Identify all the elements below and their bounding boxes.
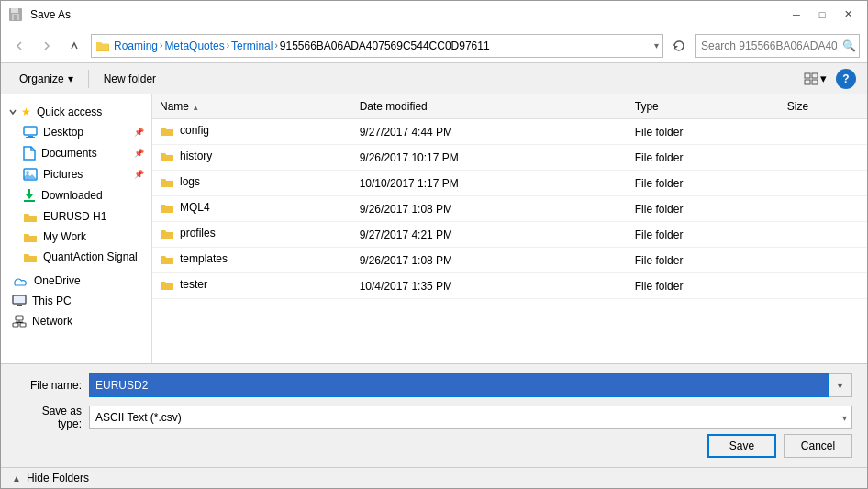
sidebar-item-pictures[interactable]: Pictures 📌 — [1, 164, 151, 184]
pin-icon-docs: 📌 — [134, 149, 144, 158]
svg-rect-10 — [26, 137, 35, 138]
table-row[interactable]: tester 10/4/2017 1:35 PM File folder — [152, 273, 867, 299]
new-folder-label: New folder — [104, 72, 156, 85]
file-date: 9/26/2017 1:08 PM — [352, 196, 628, 222]
column-size[interactable]: Size — [780, 94, 867, 119]
maximize-button[interactable]: □ — [810, 6, 834, 24]
hide-folders-button[interactable]: ▲ Hide Folders — [1, 467, 867, 488]
sidebar-quickaccess-header[interactable]: ★ Quick access — [1, 102, 151, 122]
save-button[interactable]: Save — [707, 434, 776, 458]
sidebar-item-downloaded[interactable]: Downloaded — [1, 184, 151, 206]
svg-rect-7 — [812, 80, 818, 84]
breadcrumb-terminal[interactable]: Terminal — [231, 39, 273, 52]
file-area: Name ▲ Date modified Type Size — [152, 94, 867, 363]
folder-row-icon — [160, 278, 174, 291]
sidebar-item-quantaction[interactable]: QuantAction Signal — [1, 247, 151, 267]
file-type: File folder — [628, 145, 780, 171]
svg-rect-16 — [15, 306, 24, 306]
table-row[interactable]: MQL4 9/26/2017 1:08 PM File folder — [152, 196, 867, 222]
help-label: ? — [842, 72, 849, 85]
chevron-up-icon: ▲ — [12, 473, 21, 483]
document-icon — [23, 146, 36, 161]
file-name: config — [180, 124, 209, 137]
new-folder-button[interactable]: New folder — [96, 69, 163, 89]
folder-quant-icon — [23, 250, 38, 263]
column-name[interactable]: Name ▲ — [152, 94, 352, 119]
sidebar-item-thispc[interactable]: This PC — [1, 291, 151, 311]
sidebar-quantaction-label: QuantAction Signal — [43, 250, 138, 263]
file-name: tester — [180, 278, 207, 291]
folder-row-icon — [160, 124, 174, 137]
minimize-button[interactable]: ─ — [785, 6, 808, 24]
cancel-button[interactable]: Cancel — [784, 434, 852, 458]
address-chevron-icon[interactable]: ▾ — [654, 40, 659, 50]
help-button[interactable]: ? — [836, 69, 856, 89]
file-size — [780, 273, 867, 299]
sidebar-pictures-label: Pictures — [43, 168, 83, 181]
hide-folders-label: Hide Folders — [27, 472, 89, 484]
breadcrumb: Roaming › MetaQuotes › Terminal › 915566… — [114, 39, 651, 52]
sidebar-downloaded-label: Downloaded — [41, 189, 103, 202]
sidebar-item-mywork[interactable]: My Work — [1, 227, 151, 247]
quickaccess-label: Quick access — [37, 106, 102, 118]
sidebar-item-network[interactable]: Network — [1, 311, 151, 331]
filename-dropdown-icon[interactable]: ▾ — [829, 373, 852, 397]
network-icon — [12, 315, 27, 328]
folder-work-icon — [23, 230, 38, 243]
organize-label: Organize — [19, 72, 64, 85]
file-name: logs — [180, 175, 200, 188]
folder-row-icon — [160, 252, 174, 265]
svg-rect-6 — [805, 80, 810, 84]
file-date: 9/27/2017 4:44 PM — [352, 119, 628, 145]
svg-rect-5 — [812, 73, 818, 78]
table-row[interactable]: config 9/27/2017 4:44 PM File folder — [152, 119, 867, 145]
folder-eurusd-icon — [23, 210, 38, 223]
sidebar-mywork-label: My Work — [43, 230, 86, 243]
pin-icon: 📌 — [134, 128, 144, 137]
file-date: 10/4/2017 1:35 PM — [352, 273, 628, 299]
search-input[interactable] — [695, 34, 860, 58]
file-size — [780, 145, 867, 171]
svg-rect-18 — [16, 316, 23, 320]
back-button[interactable] — [8, 35, 30, 57]
file-type: File folder — [628, 196, 780, 222]
file-name: MQL4 — [180, 201, 210, 214]
table-row[interactable]: logs 10/10/2017 1:17 PM File folder — [152, 171, 867, 196]
sidebar-network-label: Network — [32, 315, 72, 328]
table-row[interactable]: profiles 9/27/2017 4:21 PM File folder — [152, 222, 867, 248]
table-row[interactable]: history 9/26/2017 10:17 PM File folder — [152, 145, 867, 171]
address-bar: Roaming › MetaQuotes › Terminal › 915566… — [91, 34, 663, 58]
file-name: history — [180, 150, 212, 162]
svg-rect-20 — [20, 323, 26, 327]
table-row[interactable]: templates 9/26/2017 1:08 PM File folder — [152, 248, 867, 273]
sidebar-item-desktop[interactable]: Desktop 📌 — [1, 122, 151, 142]
column-date[interactable]: Date modified — [352, 94, 628, 119]
search-icon-button[interactable]: 🔍 — [842, 39, 856, 52]
sidebar-item-onedrive[interactable]: OneDrive — [1, 271, 151, 291]
file-type: File folder — [628, 248, 780, 273]
folder-row-icon — [160, 150, 174, 162]
folder-icon — [95, 39, 110, 52]
file-date: 10/10/2017 1:17 PM — [352, 171, 628, 196]
forward-button[interactable] — [36, 35, 58, 57]
sidebar-item-eurusd[interactable]: EURUSD H1 — [1, 206, 151, 227]
column-type[interactable]: Type — [628, 94, 780, 119]
sidebar-desktop-label: Desktop — [43, 126, 83, 139]
close-button[interactable]: ✕ — [836, 6, 860, 24]
folder-row-icon — [160, 175, 174, 188]
svg-rect-13 — [24, 200, 35, 202]
sidebar-item-documents[interactable]: Documents 📌 — [1, 142, 151, 164]
sort-arrow-icon: ▲ — [192, 104, 199, 112]
file-name: templates — [180, 252, 228, 265]
filename-input[interactable] — [89, 373, 829, 397]
organize-button[interactable]: Organize ▾ — [12, 69, 81, 89]
view-button[interactable]: ▾ — [798, 68, 832, 89]
view-arrow-icon: ▾ — [820, 72, 827, 85]
breadcrumb-metaquotes[interactable]: MetaQuotes — [164, 39, 224, 52]
refresh-button[interactable] — [669, 36, 689, 56]
pictures-icon — [23, 168, 38, 181]
breadcrumb-roaming[interactable]: Roaming — [114, 39, 158, 52]
svg-rect-19 — [13, 323, 18, 327]
up-button[interactable] — [63, 35, 85, 57]
filetype-select[interactable]: ASCII Text (*.csv) — [89, 406, 852, 429]
